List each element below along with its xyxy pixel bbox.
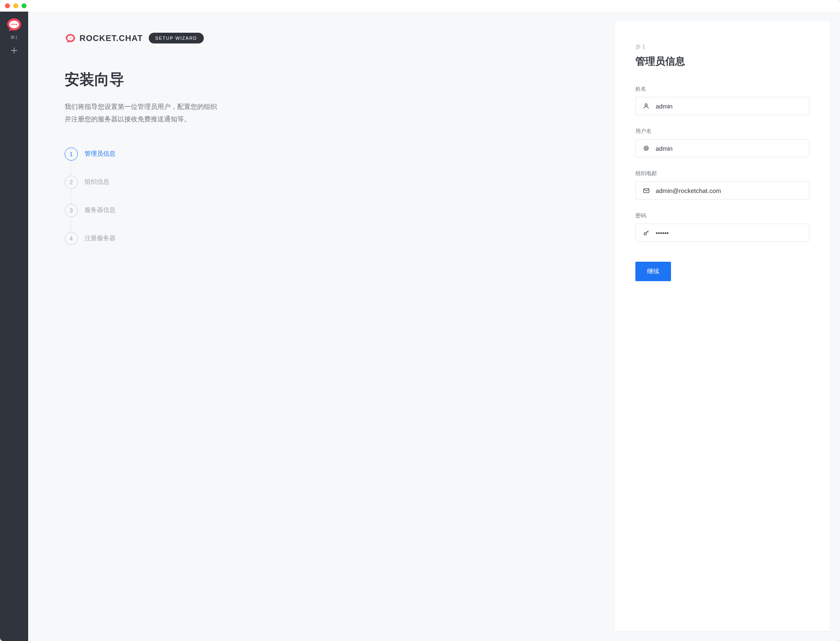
content: ⌘1 RO: [0, 12, 840, 641]
form-panel: 步 1 管理员信息 姓名 用户名: [615, 22, 830, 631]
svg-point-2: [13, 24, 14, 25]
wizard-description: 我们将指导您设置第一位管理员用户，配置您的组织并注册您的服务器以接收免费推送通知…: [65, 101, 222, 126]
add-server-button[interactable]: [10, 46, 19, 55]
continue-button[interactable]: 继续: [635, 262, 671, 281]
svg-point-5: [69, 38, 70, 39]
wizard-steps: 1 管理员信息 2 组织信息 3 服务器信息 4 注册服务器: [65, 147, 595, 245]
password-input-wrap[interactable]: [635, 224, 809, 242]
brand-row: ROCKET.CHAT SETUP WIZARD: [65, 32, 595, 44]
field-username: 用户名: [635, 128, 809, 157]
close-window-button[interactable]: [5, 3, 10, 8]
svg-point-1: [11, 24, 12, 25]
brand-logo: ROCKET.CHAT: [65, 32, 143, 44]
step-label: 服务器信息: [84, 206, 116, 214]
plus-icon: [10, 46, 19, 55]
email-input-wrap[interactable]: [635, 181, 809, 200]
password-input[interactable]: [656, 229, 802, 236]
username-input[interactable]: [656, 145, 802, 152]
wizard-step-register-server[interactable]: 4 注册服务器: [65, 232, 595, 245]
wizard-step-org-info[interactable]: 2 组织信息: [65, 176, 595, 204]
at-icon: [642, 145, 650, 152]
username-input-wrap[interactable]: [635, 139, 809, 157]
wizard-title: 安装向导: [65, 70, 595, 90]
wizard-step-server-info[interactable]: 3 服务器信息: [65, 204, 595, 232]
email-label: 组织电邮: [635, 170, 809, 177]
main-area: ROCKET.CHAT SETUP WIZARD 安装向导 我们将指导您设置第一…: [28, 12, 840, 641]
rocketchat-logo-icon: [5, 16, 23, 33]
wizard-info-panel: ROCKET.CHAT SETUP WIZARD 安装向导 我们将指导您设置第一…: [28, 12, 615, 641]
svg-point-3: [15, 24, 17, 25]
svg-point-11: [644, 232, 646, 235]
app-window: ⌘1 RO: [0, 0, 840, 641]
user-icon: [642, 103, 650, 109]
minimize-window-button[interactable]: [13, 3, 18, 8]
mail-icon: [642, 187, 650, 194]
setup-wizard-badge: SETUP WIZARD: [149, 33, 204, 43]
svg-point-8: [645, 104, 647, 106]
step-label: 组织信息: [84, 178, 109, 186]
name-input[interactable]: [656, 103, 802, 110]
field-email: 组织电邮: [635, 170, 809, 200]
step-number: 4: [65, 232, 78, 245]
form-title: 管理员信息: [635, 55, 809, 68]
maximize-window-button[interactable]: [22, 3, 27, 8]
username-label: 用户名: [635, 128, 809, 135]
step-number: 2: [65, 176, 78, 189]
server-item[interactable]: [5, 15, 24, 34]
name-label: 姓名: [635, 85, 809, 93]
step-label: 管理员信息: [84, 150, 116, 158]
svg-point-9: [645, 147, 647, 149]
brand-name: ROCKET.CHAT: [80, 34, 143, 43]
step-number: 1: [65, 147, 78, 161]
rocketchat-logo-icon: [65, 32, 76, 44]
svg-point-7: [71, 38, 72, 39]
step-label: 注册服务器: [84, 234, 116, 242]
email-input[interactable]: [656, 187, 802, 194]
step-number: 3: [65, 204, 78, 217]
svg-point-6: [70, 38, 71, 39]
titlebar: [0, 0, 840, 12]
name-input-wrap[interactable]: [635, 97, 809, 115]
password-label: 密码: [635, 212, 809, 219]
key-icon: [642, 229, 650, 236]
server-shortcut-label: ⌘1: [10, 35, 17, 40]
field-name: 姓名: [635, 85, 809, 115]
step-indicator: 步 1: [635, 43, 809, 51]
field-password: 密码: [635, 212, 809, 242]
wizard-step-admin-info[interactable]: 1 管理员信息: [65, 147, 595, 176]
server-sidebar: ⌘1: [0, 12, 28, 641]
